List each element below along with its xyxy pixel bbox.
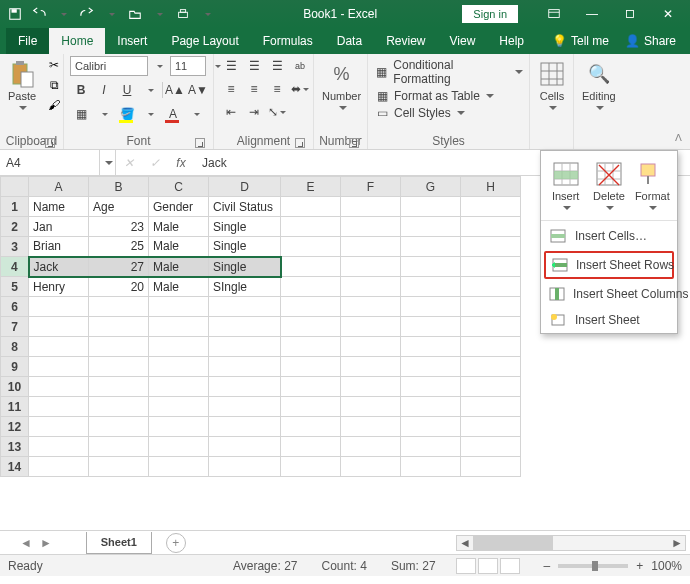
row-header-5[interactable]: 5	[1, 277, 29, 297]
number-dialog-launcher[interactable]	[349, 138, 359, 148]
cell-B1[interactable]: Age	[89, 197, 149, 217]
share-button[interactable]: 👤 Share	[625, 34, 676, 48]
cell-E8[interactable]	[281, 337, 341, 357]
cell-H5[interactable]	[461, 277, 521, 297]
cell-G9[interactable]	[401, 357, 461, 377]
underline-button[interactable]: U	[116, 80, 138, 100]
alignment-dialog-launcher[interactable]	[295, 138, 305, 148]
align-bottom-icon[interactable]: ☰	[266, 56, 288, 76]
cell-F13[interactable]	[341, 437, 401, 457]
cell-A7[interactable]	[29, 317, 89, 337]
cell-C12[interactable]	[149, 417, 209, 437]
insert-cells-item[interactable]: Insert Cells…	[541, 223, 677, 249]
editing-button[interactable]: 🔍 Editing	[580, 56, 618, 116]
minimize-icon[interactable]: —	[574, 3, 610, 25]
cell-A11[interactable]	[29, 397, 89, 417]
cell-D2[interactable]: Single	[209, 217, 281, 237]
align-left-icon[interactable]: ≡	[220, 79, 242, 99]
cell-H2[interactable]	[461, 217, 521, 237]
open-icon[interactable]	[124, 3, 146, 25]
col-header-F[interactable]: F	[341, 177, 401, 197]
cell-D6[interactable]	[209, 297, 281, 317]
save-icon[interactable]	[4, 3, 26, 25]
cell-H8[interactable]	[461, 337, 521, 357]
row-header-13[interactable]: 13	[1, 437, 29, 457]
insert-sheet-item[interactable]: Insert Sheet	[541, 307, 677, 333]
cell-H6[interactable]	[461, 297, 521, 317]
cell-A8[interactable]	[29, 337, 89, 357]
fill-color-button[interactable]: 🪣	[116, 104, 138, 124]
row-header-12[interactable]: 12	[1, 417, 29, 437]
cell-E14[interactable]	[281, 457, 341, 477]
cell-H7[interactable]	[461, 317, 521, 337]
ribbon-options-icon[interactable]	[536, 3, 572, 25]
cell-B6[interactable]	[89, 297, 149, 317]
font-color-button[interactable]: A	[162, 104, 184, 124]
undo-icon[interactable]	[28, 3, 50, 25]
cell-E5[interactable]	[281, 277, 341, 297]
collapse-ribbon-icon[interactable]: ᐱ	[675, 132, 682, 143]
zoom-level[interactable]: 100%	[651, 559, 682, 573]
cell-A12[interactable]	[29, 417, 89, 437]
cell-C6[interactable]	[149, 297, 209, 317]
cell-A6[interactable]	[29, 297, 89, 317]
cell-C2[interactable]: Male	[149, 217, 209, 237]
cell-G14[interactable]	[401, 457, 461, 477]
font-name-dropdown[interactable]	[149, 57, 169, 75]
bold-button[interactable]: B	[70, 80, 92, 100]
fx-icon[interactable]: fx	[168, 150, 194, 175]
cell-B10[interactable]	[89, 377, 149, 397]
cell-C11[interactable]	[149, 397, 209, 417]
col-header-C[interactable]: C	[149, 177, 209, 197]
col-header-E[interactable]: E	[281, 177, 341, 197]
cell-A9[interactable]	[29, 357, 89, 377]
cell-D11[interactable]	[209, 397, 281, 417]
clipboard-dialog-launcher[interactable]	[45, 138, 55, 148]
tab-page-layout[interactable]: Page Layout	[159, 28, 250, 54]
cell-D5[interactable]: SIngle	[209, 277, 281, 297]
cell-A4[interactable]: Jack	[29, 257, 89, 277]
row-header-10[interactable]: 10	[1, 377, 29, 397]
cancel-formula-icon[interactable]: ✕	[116, 150, 142, 175]
cell-G10[interactable]	[401, 377, 461, 397]
cell-F10[interactable]	[341, 377, 401, 397]
row-header-1[interactable]: 1	[1, 197, 29, 217]
cell-G5[interactable]	[401, 277, 461, 297]
cell-G4[interactable]	[401, 257, 461, 277]
scroll-right-icon[interactable]: ►	[669, 536, 685, 550]
cell-H1[interactable]	[461, 197, 521, 217]
cell-A1[interactable]: Name	[29, 197, 89, 217]
tab-data[interactable]: Data	[325, 28, 374, 54]
tab-formulas[interactable]: Formulas	[251, 28, 325, 54]
copy-icon[interactable]: ⧉	[44, 76, 64, 94]
sheet-tab-1[interactable]: Sheet1	[86, 532, 152, 554]
cell-styles-button[interactable]: ▭Cell Styles	[374, 106, 523, 120]
cell-B12[interactable]	[89, 417, 149, 437]
cell-H3[interactable]	[461, 237, 521, 257]
align-center-icon[interactable]: ≡	[243, 79, 265, 99]
cell-G2[interactable]	[401, 217, 461, 237]
cell-B9[interactable]	[89, 357, 149, 377]
cell-H10[interactable]	[461, 377, 521, 397]
cell-D7[interactable]	[209, 317, 281, 337]
insert-sheet-columns-item[interactable]: Insert Sheet Columns	[541, 281, 677, 307]
cell-B13[interactable]	[89, 437, 149, 457]
cell-D14[interactable]	[209, 457, 281, 477]
insert-sheet-rows-item[interactable]: Insert Sheet Rows	[544, 251, 674, 279]
cell-C10[interactable]	[149, 377, 209, 397]
cell-B8[interactable]	[89, 337, 149, 357]
redo-dropdown[interactable]	[100, 3, 122, 25]
fill-color-dropdown[interactable]	[139, 104, 161, 124]
next-sheet-icon[interactable]: ►	[40, 536, 52, 550]
page-layout-view-icon[interactable]	[478, 558, 498, 574]
cell-E9[interactable]	[281, 357, 341, 377]
cell-E12[interactable]	[281, 417, 341, 437]
cell-B7[interactable]	[89, 317, 149, 337]
cell-E6[interactable]	[281, 297, 341, 317]
cell-D1[interactable]: Civil Status	[209, 197, 281, 217]
cell-A10[interactable]	[29, 377, 89, 397]
cell-H13[interactable]	[461, 437, 521, 457]
tell-me-search[interactable]: 💡 Tell me	[552, 34, 609, 48]
maximize-icon[interactable]	[612, 3, 648, 25]
col-header-D[interactable]: D	[209, 177, 281, 197]
